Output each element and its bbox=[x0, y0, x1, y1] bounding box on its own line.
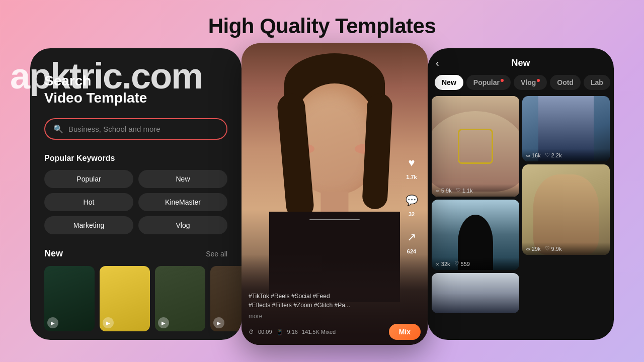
heart-icon-3: ♡ bbox=[454, 260, 459, 267]
right-phone-title: New bbox=[511, 58, 530, 68]
middle-bg: ♥ 1.7k 💬 32 ↗ 624 #TikTok #Reels #Social… bbox=[242, 43, 428, 345]
tab-lab[interactable]: Lab bbox=[584, 75, 610, 90]
thumb-3[interactable]: ▶ bbox=[155, 266, 205, 331]
right-tabs: New Popular Vlog Ootd Lab bbox=[428, 75, 614, 96]
grid-stats-2: ∞ 16k ♡ 2.2k bbox=[526, 152, 606, 158]
loop-stat-2: ∞ 16k bbox=[526, 152, 541, 158]
like-stat-2: ♡ 2.2k bbox=[545, 152, 562, 158]
search-placeholder: Business, School and more bbox=[68, 125, 160, 133]
grid-col-right: ∞ 16k ♡ 2.2k bbox=[522, 96, 610, 313]
loop-stat-1: ∞ 5.9k bbox=[436, 188, 452, 194]
grid-overlay-1: ∞ 5.9k ♡ 1.1k bbox=[432, 184, 519, 197]
grid-overlay-3: ∞ 32k ♡ 559 bbox=[432, 257, 519, 270]
loop-icon-4: ∞ bbox=[526, 246, 530, 252]
mix-button[interactable]: Mix bbox=[389, 324, 421, 340]
comment-count: 32 bbox=[409, 211, 415, 217]
like-count-1: 1.1k bbox=[462, 188, 473, 194]
grid-item-3[interactable]: ∞ 32k ♡ 559 bbox=[432, 200, 519, 270]
keywords-grid: Popular New Hot KineMaster Marketing Vlo… bbox=[44, 170, 227, 234]
keyword-hot[interactable]: Hot bbox=[44, 193, 133, 211]
keyword-new[interactable]: New bbox=[138, 170, 227, 188]
search-box[interactable]: 🔍 Business, School and more bbox=[44, 118, 227, 140]
grid-overlay-4: ∞ 29k ♡ 9.9k bbox=[522, 242, 610, 255]
play-icon-4: ▶ bbox=[213, 317, 224, 328]
more-btn[interactable]: more bbox=[249, 313, 421, 320]
like-action[interactable]: ♥ 1.7k bbox=[401, 153, 422, 180]
like-stat-4: ♡ 9.9k bbox=[545, 245, 562, 252]
heart-icon-2: ♡ bbox=[545, 152, 550, 158]
hashtag-text: #TikTok #Reels #Social #Feed#Effects #Fi… bbox=[249, 292, 421, 310]
grid-col-left: ∞ 5.9k ♡ 1.1k bbox=[432, 96, 519, 313]
loop-icon-3: ∞ bbox=[436, 261, 440, 267]
video-views: 141.5K Mixed bbox=[302, 329, 336, 335]
heart-icon-1: ♡ bbox=[456, 187, 461, 194]
keyword-popular[interactable]: Popular bbox=[44, 170, 133, 188]
thumb-1[interactable]: ▶ bbox=[44, 266, 95, 331]
loop-icon-1: ∞ bbox=[436, 188, 440, 194]
clock-icon: ⏱ bbox=[249, 329, 254, 335]
video-time: 00:09 bbox=[258, 329, 272, 335]
device-icon: 📱 bbox=[276, 329, 283, 335]
grid-img-5 bbox=[432, 273, 519, 313]
play-icon-2: ▶ bbox=[103, 317, 114, 328]
watermark: apktric.com bbox=[10, 55, 202, 97]
heart-icon-4: ♡ bbox=[545, 245, 550, 252]
play-icon-3: ▶ bbox=[158, 317, 169, 328]
comment-icon: 💬 bbox=[401, 190, 422, 210]
grid-item-2[interactable]: ∞ 16k ♡ 2.2k bbox=[522, 96, 610, 161]
middle-bottom-overlay: #TikTok #Reels #Social #Feed#Effects #Fi… bbox=[242, 254, 428, 345]
grid-overlay-2: ∞ 16k ♡ 2.2k bbox=[522, 149, 610, 161]
content-grid: ∞ 5.9k ♡ 1.1k bbox=[428, 96, 614, 313]
grid-item-5[interactable] bbox=[432, 273, 519, 313]
grid-item-1[interactable]: ∞ 5.9k ♡ 1.1k bbox=[432, 96, 519, 197]
thumb-2[interactable]: ▶ bbox=[100, 266, 150, 331]
see-all-link[interactable]: See all bbox=[206, 250, 227, 258]
side-actions: ♥ 1.7k 💬 32 ↗ 624 bbox=[401, 153, 422, 254]
loop-count-2: 16k bbox=[532, 152, 541, 158]
like-count-3: 559 bbox=[461, 261, 470, 267]
new-thumbnails: ▶ ▶ ▶ ▶ bbox=[44, 266, 227, 331]
grid-stats-1: ∞ 5.9k ♡ 1.1k bbox=[436, 187, 515, 194]
right-phone: ‹ New New Popular Vlog Ootd Lab bbox=[428, 48, 614, 340]
grid-stats-4: ∞ 29k ♡ 9.9k bbox=[526, 245, 606, 252]
keyword-marketing[interactable]: Marketing bbox=[44, 216, 133, 234]
loop-stat-3: ∞ 32k bbox=[436, 261, 450, 267]
necklace bbox=[309, 219, 360, 220]
keyword-kinemaster[interactable]: KineMaster bbox=[138, 193, 227, 211]
keywords-title: Popular Keywords bbox=[44, 154, 227, 163]
like-count: 1.7k bbox=[406, 174, 417, 180]
search-icon: 🔍 bbox=[53, 124, 63, 134]
loop-count-4: 29k bbox=[532, 246, 541, 252]
tab-new[interactable]: New bbox=[435, 75, 463, 90]
frame-box bbox=[458, 129, 493, 164]
keyword-vlog[interactable]: Vlog bbox=[138, 216, 227, 234]
new-section-title: New bbox=[44, 248, 63, 259]
like-count-2: 2.2k bbox=[551, 152, 562, 158]
loop-count-3: 32k bbox=[441, 261, 450, 267]
grid-stats-3: ∞ 32k ♡ 559 bbox=[436, 260, 515, 267]
like-count-4: 9.9k bbox=[551, 246, 562, 252]
right-header: ‹ New bbox=[428, 48, 614, 75]
tab-vlog[interactable]: Vlog bbox=[514, 75, 547, 90]
thumb-4[interactable]: ▶ bbox=[210, 266, 242, 331]
middle-phone: ♥ 1.7k 💬 32 ↗ 624 #TikTok #Reels #Social… bbox=[242, 43, 428, 345]
tab-popular[interactable]: Popular bbox=[466, 75, 511, 90]
comment-action[interactable]: 💬 32 bbox=[401, 190, 422, 217]
like-stat-1: ♡ 1.1k bbox=[456, 187, 473, 194]
share-icon: ↗ bbox=[401, 227, 422, 247]
page-title: High Quality Templates bbox=[0, 14, 644, 38]
share-count: 624 bbox=[407, 248, 416, 254]
tab-ootd[interactable]: Ootd bbox=[550, 75, 581, 90]
heart-icon: ♥ bbox=[401, 153, 422, 173]
new-section-header: New See all bbox=[44, 248, 227, 259]
page-header: High Quality Templates bbox=[0, 0, 644, 48]
grid-item-4[interactable]: ∞ 29k ♡ 9.9k bbox=[522, 164, 610, 255]
video-meta: ⏱ 00:09 📱 9:16 141.5K Mixed Mix bbox=[249, 324, 421, 340]
grid-img-4 bbox=[522, 164, 610, 255]
loop-count-1: 5.9k bbox=[441, 188, 452, 194]
back-button[interactable]: ‹ bbox=[436, 57, 439, 69]
loop-icon-2: ∞ bbox=[526, 152, 530, 158]
loop-stat-4: ∞ 29k bbox=[526, 246, 541, 252]
share-action[interactable]: ↗ 624 bbox=[401, 227, 422, 254]
play-icon-1: ▶ bbox=[47, 317, 58, 328]
